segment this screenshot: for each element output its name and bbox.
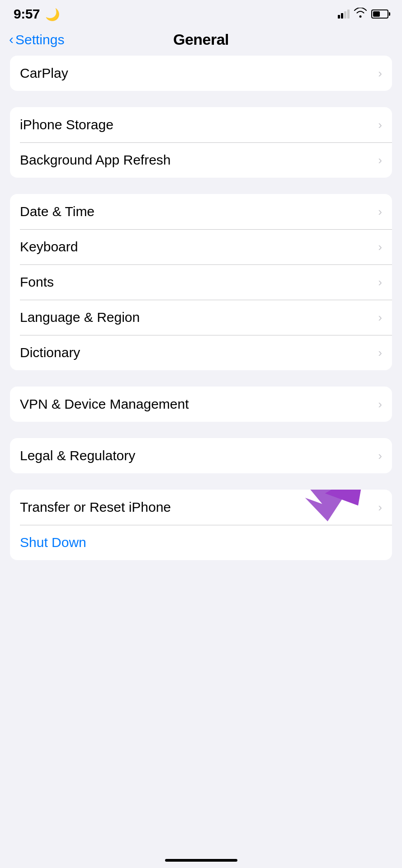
carplay-label: CarPlay (20, 66, 68, 81)
chevron-icon: › (378, 311, 382, 325)
chevron-icon: › (378, 240, 382, 254)
settings-group-legal: Legal & Regulatory › (10, 438, 392, 473)
settings-group-reset: Transfer or Reset iPhone › Shut Down (10, 490, 392, 560)
chevron-icon: › (378, 118, 382, 132)
settings-item-iphone-storage[interactable]: iPhone Storage › (10, 107, 392, 142)
settings-group-storage: iPhone Storage › Background App Refresh … (10, 107, 392, 178)
settings-item-keyboard[interactable]: Keyboard › (10, 229, 392, 264)
settings-item-date-time[interactable]: Date & Time › (10, 194, 392, 229)
chevron-icon: › (378, 153, 382, 167)
settings-item-shutdown[interactable]: Shut Down (10, 525, 392, 560)
settings-item-fonts[interactable]: Fonts › (10, 264, 392, 300)
keyboard-label: Keyboard (20, 239, 78, 255)
settings-item-language-region[interactable]: Language & Region › (10, 300, 392, 335)
background-refresh-label: Background App Refresh (20, 152, 171, 168)
time-text: 9:57 (14, 6, 40, 21)
settings-content: CarPlay › iPhone Storage › Background Ap… (0, 56, 402, 560)
chevron-icon: › (378, 346, 382, 360)
status-icons (338, 8, 388, 20)
chevron-icon: › (378, 275, 382, 289)
settings-group-vpn: VPN & Device Management › (10, 387, 392, 422)
chevron-icon: › (378, 66, 382, 80)
legal-label: Legal & Regulatory (20, 448, 135, 463)
battery-icon (371, 9, 388, 19)
settings-item-background-refresh[interactable]: Background App Refresh › (10, 142, 392, 178)
settings-item-transfer-reset[interactable]: Transfer or Reset iPhone › (10, 490, 392, 525)
date-time-label: Date & Time (20, 204, 95, 219)
settings-item-carplay[interactable]: CarPlay › (10, 56, 392, 91)
transfer-reset-label: Transfer or Reset iPhone (20, 500, 171, 515)
back-button[interactable]: ‹ Settings (9, 32, 64, 47)
nav-bar: ‹ Settings General (0, 26, 402, 56)
chevron-icon: › (378, 500, 382, 514)
status-bar: 9:57 🌙 (0, 0, 402, 26)
moon-icon: 🌙 (45, 8, 60, 21)
page-title: General (173, 31, 229, 48)
back-arrow-icon: ‹ (9, 33, 14, 46)
fonts-label: Fonts (20, 274, 54, 290)
wifi-icon (354, 8, 367, 20)
back-label: Settings (15, 32, 64, 47)
chevron-icon: › (378, 205, 382, 219)
status-time: 9:57 🌙 (14, 6, 59, 22)
dictionary-label: Dictionary (20, 345, 80, 360)
home-indicator (165, 859, 237, 862)
iphone-storage-label: iPhone Storage (20, 117, 114, 132)
vpn-label: VPN & Device Management (20, 396, 189, 412)
chevron-icon: › (378, 397, 382, 411)
battery-fill (373, 11, 380, 17)
settings-item-legal[interactable]: Legal & Regulatory › (10, 438, 392, 473)
chevron-icon: › (378, 449, 382, 463)
settings-item-dictionary[interactable]: Dictionary › (10, 335, 392, 370)
settings-item-vpn[interactable]: VPN & Device Management › (10, 387, 392, 422)
signal-icon (338, 9, 350, 19)
language-region-label: Language & Region (20, 310, 140, 325)
settings-group-locale: Date & Time › Keyboard › Fonts › Languag… (10, 194, 392, 370)
settings-group-carplay: CarPlay › (10, 56, 392, 91)
shutdown-label: Shut Down (20, 535, 86, 550)
